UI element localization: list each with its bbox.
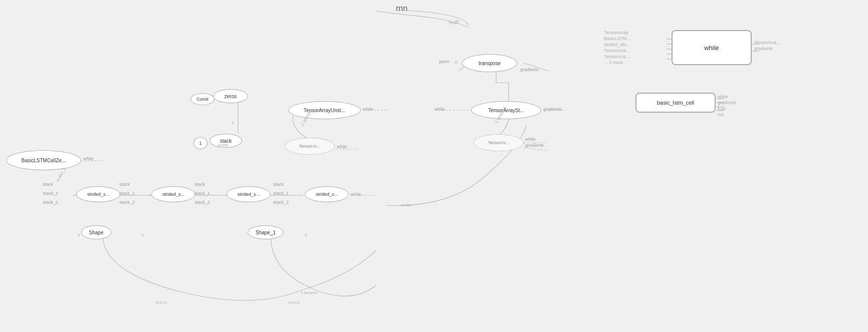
3-label-1: 3 <box>141 233 143 237</box>
zeros-node[interactable]: zeros <box>213 89 248 103</box>
shape-node[interactable]: Shape <box>81 225 111 239</box>
graph-title: rnn <box>396 4 407 13</box>
one-node[interactable]: 1 <box>193 137 207 149</box>
stack-group-3: stack stack_1 stack_2 <box>194 182 210 197</box>
basic-lstm-outputs: while gradients train init <box>718 94 736 117</box>
stack-group-1: stack stack_1 stack_2 <box>43 182 58 197</box>
strided-s-1-node[interactable]: strided_s... <box>76 186 120 202</box>
graph-canvas: rnn <box>0 0 868 332</box>
perm-label: perm <box>439 59 450 64</box>
svg-line-8 <box>524 148 546 150</box>
7x10-label: 7×10 <box>448 20 459 26</box>
perm-port <box>455 61 458 64</box>
basic-lstm-cell-node[interactable]: basic_lstm_cell <box>635 93 716 113</box>
while-in-tensorarrayst: while <box>435 107 445 112</box>
6-label: 6 <box>78 233 80 237</box>
tensor-ar-right-node[interactable]: TensorAr... <box>474 134 524 151</box>
tensor-array-st-node[interactable]: TensorArraySt... <box>471 101 541 119</box>
2tensors-bottom-label: 2 tensors <box>301 290 317 295</box>
gradients-out-label: gradients <box>520 67 539 72</box>
while-out-tensorar-left: while <box>337 144 347 149</box>
tensor-ar-left-node[interactable]: TensorAr... <box>285 138 335 155</box>
gradients-out-tensorar-right: gradients <box>525 143 544 148</box>
strided-s-3-node[interactable]: strided_s... <box>227 186 271 202</box>
6-label-right: 6 <box>305 233 307 237</box>
5x2-label-right: 5×2×2 <box>288 300 300 305</box>
const-node[interactable]: Const <box>190 93 214 105</box>
while-out-tensorarrayunst: while <box>363 107 373 112</box>
strided-s-4-node[interactable]: strided_s... <box>305 186 349 202</box>
while-out-strided4: while <box>351 192 361 197</box>
transpose-node[interactable]: transpose <box>462 54 517 72</box>
2-connector-label: 2 <box>232 120 234 125</box>
strided-s-2-node[interactable]: strided_s... <box>151 186 195 202</box>
scalar-arc-label: scalar <box>401 203 411 207</box>
while-out-basiclstm: while <box>83 156 94 161</box>
while-outputs: TensorArra... gradients <box>754 40 780 51</box>
stack-group-4: stack stack_1 stack_2 <box>273 182 289 197</box>
svg-line-1 <box>524 63 549 71</box>
while-node[interactable]: while <box>672 30 752 65</box>
gradients-out-tensorarrayst: gradients <box>543 107 562 112</box>
5x2-label-left: 5×2×2 <box>155 300 167 305</box>
basic-lstm-cell-ze-node[interactable]: BasicLSTMCellZe... <box>6 150 81 170</box>
while-out-tensorar-right: while <box>525 137 536 142</box>
tensor-array-unst-node[interactable]: TensorArrayUnst... <box>288 101 361 119</box>
stack-node[interactable]: stack <box>209 134 242 148</box>
while-inputs: TensorArray BasicLSTM... strided_slic...… <box>604 30 631 65</box>
stack-group-2: stack stack_1 stack_2 <box>119 182 135 197</box>
shape-1-node[interactable]: Shape_1 <box>248 225 284 239</box>
